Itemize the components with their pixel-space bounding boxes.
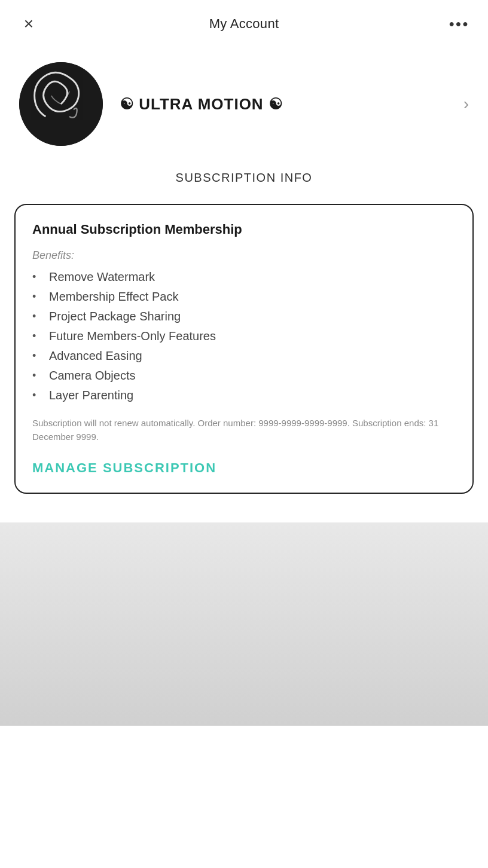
list-item: •Advanced Easing — [32, 349, 456, 363]
bullet-icon: • — [32, 310, 42, 323]
section-heading: SUBSCRIPTION INFO — [0, 165, 488, 204]
list-item: •Project Package Sharing — [32, 310, 456, 323]
profile-chevron-icon[interactable]: › — [463, 94, 469, 114]
list-item: •Remove Watermark — [32, 270, 456, 284]
benefits-list: •Remove Watermark•Membership Effect Pack… — [32, 270, 456, 402]
bullet-icon: • — [32, 291, 42, 303]
bullet-icon: • — [32, 350, 42, 362]
bullet-icon: • — [32, 330, 42, 343]
bottom-area — [0, 522, 488, 726]
list-item: •Layer Parenting — [32, 389, 456, 402]
avatar[interactable] — [19, 62, 103, 146]
card-title: Annual Subscription Membership — [16, 205, 259, 237]
benefits-label: Benefits: — [32, 249, 456, 262]
bullet-icon: • — [32, 369, 42, 382]
bullet-icon: • — [32, 389, 42, 402]
subscription-card: Annual Subscription Membership Benefits:… — [14, 204, 474, 494]
manage-subscription-button[interactable]: MANAGE SUBSCRIPTION — [32, 460, 216, 476]
profile-name-container[interactable]: ☯ ULTRA MOTION ☯ — [120, 95, 469, 114]
more-button[interactable]: ••• — [447, 12, 471, 36]
bullet-icon: • — [32, 271, 42, 283]
list-item: •Future Members-Only Features — [32, 329, 456, 343]
page-title: My Account — [209, 16, 279, 32]
profile-name: ☯ ULTRA MOTION ☯ — [120, 95, 283, 114]
list-item: •Camera Objects — [32, 369, 456, 383]
close-button[interactable]: × — [17, 12, 41, 36]
profile-section: ☯ ULTRA MOTION ☯ › — [0, 48, 488, 165]
header: × My Account ••• — [0, 0, 488, 48]
card-body: Benefits: •Remove Watermark•Membership E… — [16, 237, 472, 493]
subscription-note: Subscription will not renew automaticall… — [32, 417, 456, 444]
card-title-bar: Annual Subscription Membership — [16, 205, 472, 237]
list-item: •Membership Effect Pack — [32, 290, 456, 304]
